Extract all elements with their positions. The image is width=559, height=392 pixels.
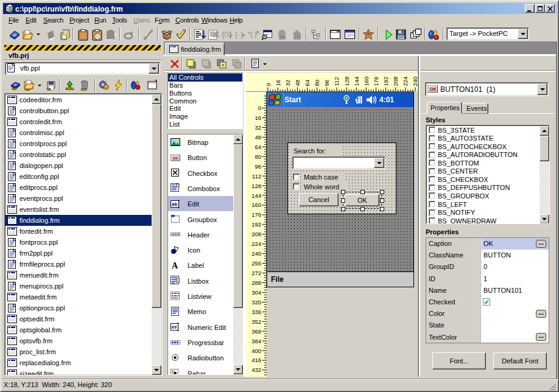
svg-text:144: 144 — [353, 77, 360, 86]
svg-text:112: 112 — [252, 173, 261, 180]
svg-text:304: 304 — [251, 289, 261, 296]
svg-text:240: 240 — [251, 250, 261, 257]
svg-text:416: 416 — [251, 357, 261, 363]
svg-text:240: 240 — [412, 77, 418, 86]
svg-text:368: 368 — [251, 328, 261, 335]
svg-text:{·}: {·} — [235, 30, 244, 39]
svg-text:208: 208 — [392, 77, 399, 86]
svg-text:160: 160 — [363, 77, 370, 86]
svg-text:16: 16 — [275, 80, 281, 86]
svg-text:ab: ab — [172, 201, 177, 207]
svg-text:192: 192 — [382, 77, 389, 86]
svg-text:224: 224 — [402, 77, 409, 86]
svg-text:320: 320 — [251, 299, 261, 306]
svg-text:48: 48 — [294, 80, 301, 86]
svg-text:32: 32 — [255, 124, 261, 131]
svg-text:128: 128 — [343, 77, 350, 86]
svg-text:0: 0 — [265, 83, 272, 86]
svg-text:OK: OK — [173, 156, 179, 159]
svg-text:272: 272 — [251, 270, 261, 276]
svg-text:208: 208 — [251, 231, 261, 237]
svg-text:160: 160 — [251, 201, 261, 208]
svg-text:32: 32 — [284, 80, 291, 86]
svg-text:288: 288 — [251, 279, 261, 286]
svg-text:176: 176 — [373, 77, 379, 86]
svg-text:96: 96 — [323, 80, 330, 86]
svg-text:*{ }: *{ } — [248, 30, 257, 38]
svg-text:80: 80 — [255, 153, 261, 160]
svg-text:80: 80 — [314, 80, 320, 86]
svg-text:432: 432 — [251, 366, 261, 373]
svg-text:128: 128 — [251, 183, 261, 189]
svg-text:352: 352 — [251, 318, 261, 325]
svg-text:0: 0 — [258, 105, 261, 111]
svg-text:224: 224 — [251, 240, 261, 247]
svg-text:{0}: {0} — [222, 30, 232, 39]
svg-text:##: ## — [172, 324, 177, 330]
svg-text:384: 384 — [251, 338, 261, 345]
svg-text:96: 96 — [255, 163, 261, 170]
svg-text:OK: OK — [430, 86, 437, 92]
svg-text:48: 48 — [255, 134, 261, 141]
svg-text:144: 144 — [251, 192, 261, 199]
svg-text:400: 400 — [251, 348, 261, 354]
svg-text:64: 64 — [255, 144, 261, 150]
svg-text:64: 64 — [304, 80, 311, 86]
svg-text:192: 192 — [251, 221, 261, 228]
svg-text:176: 176 — [251, 211, 261, 218]
svg-text:336: 336 — [251, 309, 261, 315]
svg-text:16: 16 — [255, 114, 261, 121]
svg-text:A: A — [172, 261, 178, 270]
svg-text:256: 256 — [251, 260, 261, 267]
svg-text:112: 112 — [333, 77, 340, 86]
